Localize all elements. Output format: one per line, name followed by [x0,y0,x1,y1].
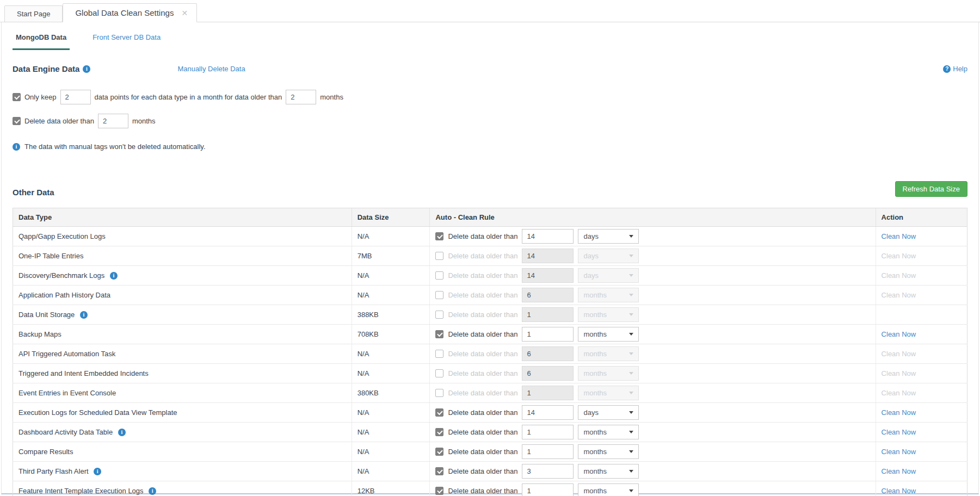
data-type-label: Qapp/Gapp Execution Logs [19,232,106,240]
delete-older-label: Delete data older than [448,311,517,319]
close-icon[interactable]: ✕ [181,9,188,17]
auto-clean-checkbox[interactable] [435,487,443,495]
subtab-front-server-db-data[interactable]: Front Server DB Data [89,33,164,50]
retention-value-input[interactable] [522,288,574,302]
delete-older-label: Delete data older than [448,291,517,299]
table-row: Triggered and Intent Embedded Incidents … [13,364,967,383]
auto-clean-checkbox[interactable] [435,311,443,319]
retention-value-input[interactable] [522,327,574,342]
auto-clean-checkbox[interactable] [435,369,443,377]
retention-value-input[interactable] [522,229,574,244]
clean-now-link[interactable]: Clean Now [882,487,916,495]
note-info-icon: i [13,143,20,151]
delete-older-months-input[interactable] [98,114,128,128]
unit-select[interactable]: days [578,229,639,244]
delete-older-label: Delete data older than [24,117,94,125]
table-row: Discovery/Benchmark Logs i N/A Delete da… [13,266,967,286]
retention-value-input[interactable] [522,405,574,420]
keep-points-input[interactable] [60,90,91,104]
unit-select[interactable]: months [578,307,639,322]
retention-value-input[interactable] [522,346,574,361]
clean-now-link[interactable]: Clean Now [882,350,916,358]
auto-clean-checkbox[interactable] [435,330,443,338]
clean-now-link[interactable]: Clean Now [882,232,916,240]
table-row: Third Party Flash Alert i N/A Delete dat… [13,462,967,481]
unit-select[interactable]: days [578,249,639,263]
clean-now-link[interactable]: Clean Now [882,389,916,397]
auto-clean-checkbox[interactable] [435,448,443,456]
info-icon[interactable]: i [118,429,126,436]
unit-select[interactable]: months [578,444,639,459]
info-icon[interactable]: i [80,311,88,319]
retention-value-input[interactable] [522,386,574,400]
table-row: API Triggered Automation Task i N/A Dele… [13,344,967,364]
unit-select[interactable]: months [578,425,639,439]
unit-select[interactable]: days [578,405,639,420]
data-size-value: N/A [358,369,369,377]
clean-now-link[interactable]: Clean Now [882,408,916,417]
auto-clean-checkbox[interactable] [435,428,443,436]
info-icon[interactable]: i [94,468,101,475]
tab-global-data-clean-settings[interactable]: Global Data Clean Settings ✕ [63,3,197,22]
clean-now-link[interactable]: Clean Now [882,467,916,475]
help-link[interactable]: ? Help [943,65,967,73]
unit-select[interactable]: months [578,288,639,302]
unit-select[interactable]: months [578,464,639,479]
retention-value-input[interactable] [522,249,574,263]
subtab-mongodb-data[interactable]: MongoDB Data [13,33,70,50]
auto-clean-checkbox[interactable] [435,350,443,358]
info-icon[interactable]: i [110,272,118,280]
tab-start-page-label: Start Page [17,10,50,18]
auto-clean-checkbox[interactable] [435,408,443,417]
info-icon[interactable]: i [83,65,90,73]
only-keep-suffix-label: months [320,93,343,101]
info-icon[interactable]: i [149,487,156,495]
unit-select-value: months [583,350,607,358]
tab-start-page[interactable]: Start Page [4,5,63,22]
data-size-value: 7MB [358,252,372,260]
retention-value-input[interactable] [522,366,574,381]
auto-clean-checkbox[interactable] [435,271,443,280]
only-keep-checkbox[interactable] [13,93,21,101]
table-row: Feature Intent Template Execution Logs i… [13,481,967,496]
clean-now-link[interactable]: Clean Now [882,271,916,280]
auto-clean-checkbox[interactable] [435,232,443,240]
header-action: Action [876,208,967,227]
delete-older-checkbox[interactable] [13,117,21,125]
retention-value-input[interactable] [522,444,574,459]
retention-value-input[interactable] [522,268,574,283]
manually-delete-data-link[interactable]: Manually Delete Data [177,65,245,73]
clean-now-link[interactable]: Clean Now [882,330,916,338]
table-row: Backup Maps i 708KB Delete data older th… [13,325,967,344]
clean-now-link[interactable]: Clean Now [882,291,916,299]
retention-value-input[interactable] [522,483,574,496]
data-size-value: 380KB [358,389,379,397]
unit-select[interactable]: days [578,268,639,283]
clean-now-link[interactable]: Clean Now [882,369,916,377]
retention-value-input[interactable] [522,425,574,439]
retention-value-input[interactable] [522,307,574,322]
auto-clean-checkbox[interactable] [435,252,443,260]
unit-select[interactable]: months [578,366,639,381]
older-than-months-input[interactable] [286,90,316,104]
clean-now-link[interactable]: Clean Now [882,428,916,436]
auto-clean-checkbox[interactable] [435,467,443,475]
retention-value-input[interactable] [522,464,574,479]
unit-select[interactable]: months [578,386,639,400]
unit-select[interactable]: months [578,327,639,342]
only-keep-rule-row: Only keep data points for each data type… [13,90,967,104]
table-row: Application Path History Data i N/A Dele… [13,286,967,305]
unit-select[interactable]: months [578,483,639,496]
auto-clean-checkbox[interactable] [435,389,443,397]
unit-select-value: months [583,467,607,475]
unit-select[interactable]: months [578,346,639,361]
auto-clean-checkbox[interactable] [435,291,443,299]
unit-select-value: months [583,311,607,319]
refresh-data-size-button[interactable]: Refresh Data Size [895,181,968,197]
clean-now-link[interactable]: Clean Now [882,448,916,456]
window-tab-bar: Start Page Global Data Clean Settings ✕ [0,0,980,22]
delete-older-label: Delete data older than [448,271,517,280]
clean-now-link[interactable]: Clean Now [882,252,916,260]
chevron-down-icon [629,274,633,277]
data-size-value: N/A [358,408,369,417]
